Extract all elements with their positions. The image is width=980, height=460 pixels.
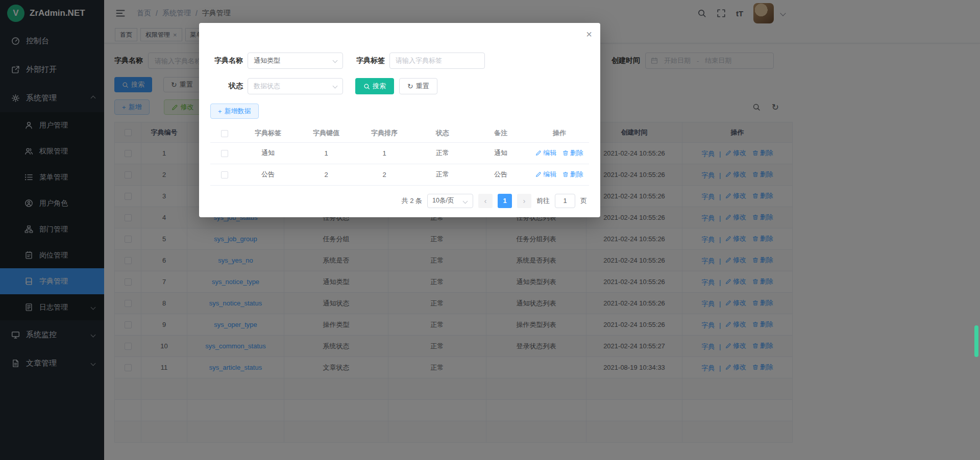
col-dict-sort: 字典排序: [355, 124, 413, 142]
cell-dict-value: 2: [297, 164, 355, 185]
scrollbar-thumb[interactable]: [974, 325, 978, 357]
app-root: V ZrAdmin.NET 控制台 外部打开 系统管理 用户管理: [0, 0, 980, 460]
goto-label: 前往: [536, 196, 550, 206]
modal-table-row: 公告 2 2 正常 公告 编辑 删除: [210, 164, 589, 185]
cell-remark: 公告: [472, 164, 530, 185]
dict-label-input[interactable]: 请输入字典标签: [389, 53, 485, 69]
cell-dict-sort: 1: [355, 142, 413, 164]
cell-dict-label: 公告: [239, 164, 297, 185]
row-checkbox[interactable]: [221, 150, 228, 157]
modal-reset-label: 重置: [416, 82, 429, 91]
cell-checkbox: [210, 142, 239, 164]
status-placeholder: 数据状态: [254, 82, 280, 91]
refresh-icon: ↻: [407, 83, 413, 90]
cell-ops: 编辑 删除: [530, 164, 589, 185]
col-status: 状态: [413, 124, 472, 142]
modal-toolbar: + 新增数据: [210, 104, 589, 119]
status-select[interactable]: 数据状态: [248, 78, 343, 94]
edit-link[interactable]: 编辑: [535, 148, 556, 158]
modal-search-button[interactable]: 搜索: [355, 78, 394, 94]
cell-dict-value: 1: [297, 142, 355, 164]
cell-remark: 通知: [472, 142, 530, 164]
page-size-select[interactable]: 10条/页: [427, 194, 473, 208]
dict-name-select[interactable]: 通知类型: [248, 53, 343, 69]
modal-pagination: 共 2 条 10条/页 ‹ 1 › 前往 页: [210, 194, 589, 208]
col-remark: 备注: [472, 124, 530, 142]
close-icon[interactable]: ×: [586, 29, 592, 39]
modal-table-header-row: 字典标签 字典键值 字典排序 状态 备注 操作: [210, 124, 589, 142]
dict-data-modal: × 字典名称 通知类型 字典标签 请输入字典标签 状态 数据状态 搜索: [199, 23, 600, 217]
pagination-total: 共 2 条: [402, 196, 422, 206]
row-checkbox[interactable]: [221, 171, 228, 178]
modal-dict-label-label: 字典标签: [355, 56, 385, 65]
modal-filter-row-2: 状态 数据状态 搜索 ↻ 重置: [210, 78, 589, 94]
modal-table-row: 通知 1 1 正常 通知 编辑 删除: [210, 142, 589, 164]
modal-filter-row-1: 字典名称 通知类型 字典标签 请输入字典标签: [210, 23, 589, 69]
modal-dict-name-label: 字典名称: [210, 56, 243, 65]
modal-search-label: 搜索: [373, 82, 386, 91]
col-ops: 操作: [530, 124, 589, 142]
delete-link[interactable]: 删除: [562, 148, 583, 158]
col-dict-value: 字典键值: [297, 124, 355, 142]
add-data-label: 新增数据: [225, 107, 251, 116]
chevron-down-icon: [333, 58, 338, 63]
cell-dict-sort: 2: [355, 164, 413, 185]
col-dict-label: 字典标签: [239, 124, 297, 142]
dict-name-value: 通知类型: [254, 56, 280, 65]
cell-ops: 编辑 删除: [530, 142, 589, 164]
select-all-checkbox[interactable]: [221, 130, 228, 137]
edit-link[interactable]: 编辑: [535, 170, 556, 179]
chevron-down-icon: [333, 84, 338, 89]
cell-status: 正常: [413, 142, 472, 164]
delete-link[interactable]: 删除: [562, 170, 583, 179]
next-page-button[interactable]: ›: [517, 194, 531, 208]
page-size-value: 10条/页: [432, 196, 454, 205]
cell-dict-label: 通知: [239, 142, 297, 164]
cell-checkbox: [210, 164, 239, 185]
modal-reset-button[interactable]: ↻ 重置: [399, 78, 437, 94]
modal-status-label: 状态: [210, 82, 243, 91]
dict-data-table: 字典标签 字典键值 字典排序 状态 备注 操作 通知 1 1 正常: [210, 124, 589, 186]
current-page-button[interactable]: 1: [498, 194, 512, 208]
dict-label-placeholder: 请输入字典标签: [396, 56, 442, 65]
cell-status: 正常: [413, 164, 472, 185]
chevron-down-icon: [463, 198, 468, 203]
modal-filter-actions: 搜索 ↻ 重置: [355, 78, 437, 94]
add-data-button[interactable]: + 新增数据: [210, 104, 259, 119]
header-checkbox-cell: [210, 124, 239, 142]
prev-page-button[interactable]: ‹: [478, 194, 493, 208]
page-unit-label: 页: [580, 196, 587, 206]
plus-icon: +: [218, 108, 222, 115]
goto-page-input[interactable]: [555, 194, 575, 208]
